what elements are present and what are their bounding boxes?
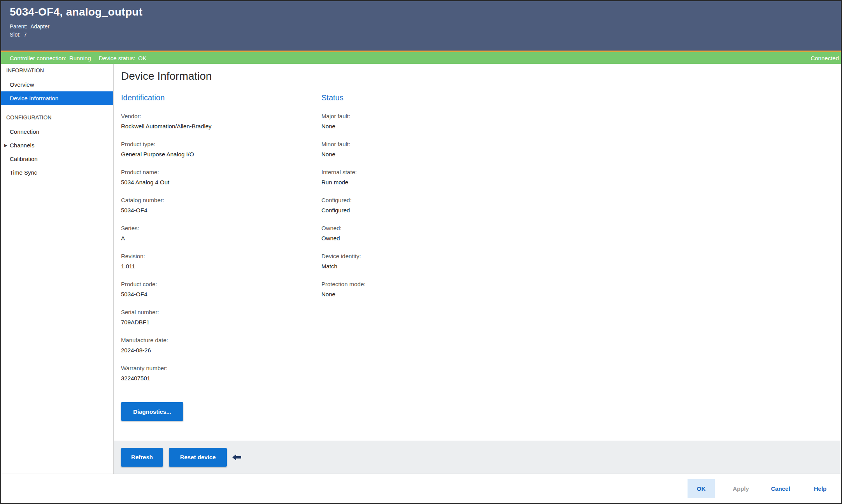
manufacture-date-value: 2024-08-26 [121,346,321,354]
apply-button[interactable]: Apply [727,479,754,498]
internal-state-label: Internal state: [321,168,617,176]
cancel-button[interactable]: Cancel [767,479,794,498]
page-title: Device Information [121,70,841,82]
configured-value: Configured [321,206,617,214]
field-owned: Owned: Owned [321,224,617,242]
major-fault-value: None [321,122,617,130]
action-bar: Refresh Reset device [114,441,841,474]
field-configured: Configured: Configured [321,196,617,214]
field-product-code: Product code: 5034-OF4 [121,280,321,298]
series-value: A [121,234,321,242]
catalog-number-label: Catalog number: [121,196,321,204]
field-internal-state: Internal state: Run mode [321,168,617,186]
field-product-name: Product name: 5034 Analog 4 Out [121,168,321,186]
field-device-identity: Device identity: Match [321,252,617,270]
product-type-label: Product type: [121,140,321,148]
slot-value: 7 [24,31,27,39]
product-code-value: 5034-OF4 [121,290,321,298]
vendor-value: Rockwell Automation/Allen-Bradley [121,122,321,130]
device-title: 5034-OF4, analog_output [10,6,841,18]
slot-label: Slot: [10,31,21,39]
parent-label: Parent: [10,23,27,31]
device-status: Device status: OK [99,55,147,61]
field-manufacture-date: Manufacture date: 2024-08-26 [121,336,321,354]
slot-row: Slot: 7 [10,31,841,39]
controller-connection-value: Running [69,55,91,61]
field-series: Series: A [121,224,321,242]
device-identity-value: Match [321,262,617,270]
field-catalog-number: Catalog number: 5034-OF4 [121,196,321,214]
reset-device-button[interactable]: Reset device [169,448,227,467]
controller-connection-label: Controller connection: [10,55,67,61]
product-code-label: Product code: [121,280,321,288]
channels-expand-triangle-icon[interactable]: ▶ [4,144,7,147]
configured-label: Configured: [321,196,617,204]
refresh-button[interactable]: Refresh [121,448,163,467]
sidebar-item-calibration[interactable]: Calibration [1,152,113,166]
device-status-label: Device status: [99,55,135,61]
vendor-label: Vendor: [121,112,321,120]
parent-row: Parent: Adapter [10,23,841,31]
ok-button[interactable]: OK [688,479,715,498]
status-heading: Status [321,93,617,102]
sidebar-item-time-sync[interactable]: Time Sync [1,166,113,179]
field-protection-mode: Protection mode: None [321,280,617,298]
field-revision: Revision: 1.011 [121,252,321,270]
sidebar-item-channels-label: Channels [10,142,34,149]
dialog-footer: OK Apply Cancel Help [1,474,841,503]
owned-value: Owned [321,234,617,242]
device-identity-label: Device identity: [321,252,617,260]
owned-label: Owned: [321,224,617,232]
minor-fault-label: Minor fault: [321,140,617,148]
status-section: Status Major fault: None Minor fault: No… [321,93,617,421]
device-status-value: OK [138,55,147,61]
revision-label: Revision: [121,252,321,260]
catalog-number-value: 5034-OF4 [121,206,321,214]
serial-number-label: Serial number: [121,308,321,316]
field-major-fault: Major fault: None [321,112,617,130]
field-product-type: Product type: General Purpose Analog I/O [121,140,321,158]
sidebar-nav: INFORMATION Overview Device Information … [1,64,114,474]
protection-mode-label: Protection mode: [321,280,617,288]
manufacture-date-label: Manufacture date: [121,336,321,344]
connection-status-bar: Controller connection: Running Device st… [1,52,841,64]
series-label: Series: [121,224,321,232]
help-button[interactable]: Help [807,479,834,498]
field-warranty-number: Warranty number: 322407501 [121,364,321,382]
field-vendor: Vendor: Rockwell Automation/Allen-Bradle… [121,112,321,130]
diagnostics-button[interactable]: Diagnostics... [121,402,183,421]
product-name-value: 5034 Analog 4 Out [121,178,321,186]
protection-mode-value: None [321,290,617,298]
sidebar-section-information: INFORMATION [1,64,113,78]
internal-state-value: Run mode [321,178,617,186]
product-type-value: General Purpose Analog I/O [121,150,321,158]
device-profile-dialog: 5034-OF4, analog_output Parent: Adapter … [0,0,842,504]
field-serial-number: Serial number: 709ADBF1 [121,308,321,326]
sidebar-item-connection[interactable]: Connection [1,125,113,138]
sidebar-item-channels[interactable]: ▶ Channels [1,138,113,152]
dialog-header: 5034-OF4, analog_output Parent: Adapter … [1,1,841,51]
parent-value: Adapter [30,23,49,31]
connected-badge: Connected [810,55,839,61]
sidebar-item-overview[interactable]: Overview [1,78,113,91]
main-content: Device Information Identification Vendor… [114,64,841,474]
field-minor-fault: Minor fault: None [321,140,617,158]
controller-connection-status: Controller connection: Running [10,55,91,61]
left-arrow-annotation-icon [232,454,242,460]
sidebar-section-configuration: CONFIGURATION [1,105,113,125]
major-fault-label: Major fault: [321,112,617,120]
identification-section: Identification Vendor: Rockwell Automati… [121,93,321,421]
revision-value: 1.011 [121,262,321,270]
warranty-number-label: Warranty number: [121,364,321,372]
sidebar-item-device-information[interactable]: Device Information [1,91,113,105]
identification-heading: Identification [121,93,321,102]
minor-fault-value: None [321,150,617,158]
product-name-label: Product name: [121,168,321,176]
warranty-number-value: 322407501 [121,374,321,382]
serial-number-value: 709ADBF1 [121,318,321,326]
